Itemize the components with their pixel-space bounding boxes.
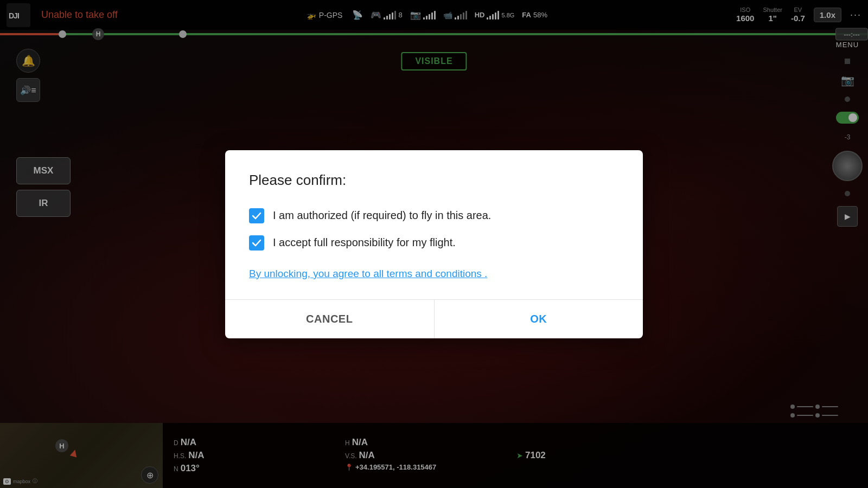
modal-overlay: Please confirm: I am authorized (if requ… bbox=[0, 0, 868, 488]
checkbox-authorized[interactable] bbox=[249, 208, 264, 223]
checkbox-row-1: I am authorized (if required) to fly in … bbox=[249, 208, 619, 223]
checkmark-icon-2 bbox=[252, 238, 261, 248]
ok-button[interactable]: OK bbox=[435, 300, 643, 338]
dialog-body: Please confirm: I am authorized (if requ… bbox=[225, 150, 643, 299]
checkbox-2-label: I accept full responsibility for my flig… bbox=[273, 236, 456, 249]
cancel-button[interactable]: CANCEL bbox=[225, 300, 435, 338]
dialog-footer: CANCEL OK bbox=[225, 299, 643, 338]
confirm-dialog: Please confirm: I am authorized (if requ… bbox=[225, 150, 643, 338]
terms-link[interactable]: By unlocking, you agree to all terms and… bbox=[249, 268, 487, 280]
checkmark-icon-1 bbox=[252, 211, 261, 221]
dialog-title: Please confirm: bbox=[249, 172, 619, 189]
checkbox-1-label: I am authorized (if required) to fly in … bbox=[273, 209, 491, 222]
checkbox-row-2: I accept full responsibility for my flig… bbox=[249, 235, 619, 251]
checkbox-responsibility[interactable] bbox=[249, 235, 264, 251]
